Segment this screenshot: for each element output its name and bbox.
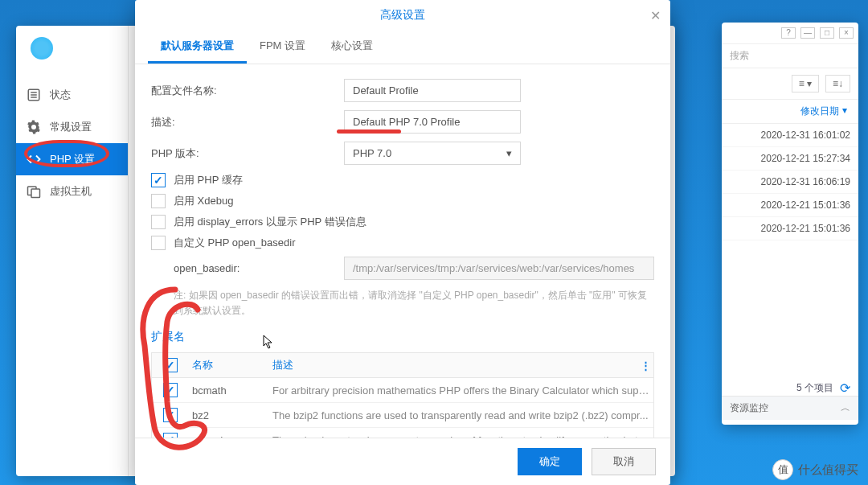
search-input[interactable]: 搜索 xyxy=(722,44,858,68)
sort-button[interactable]: ≡↓ xyxy=(825,75,850,92)
help-button[interactable]: ? xyxy=(781,27,796,39)
open-basedir-note: 注: 如果因 open_basedir 的错误设置而出错，请取消选择 "自定义 … xyxy=(174,288,654,319)
modal-footer: 确定 取消 xyxy=(135,438,670,485)
gear-icon xyxy=(26,119,42,135)
xdebug-checkbox[interactable] xyxy=(151,194,166,208)
resource-monitor-bar: 资源监控 ︿ xyxy=(722,396,858,420)
open-basedir-field-label: open_basedir: xyxy=(174,262,344,274)
tab-default-server[interactable]: 默认服务器设置 xyxy=(148,31,247,64)
app-logo xyxy=(31,37,53,60)
extensions-header-row: 名称 描述 ⋮ xyxy=(152,353,653,378)
watermark: 值 什么值得买 xyxy=(772,459,858,480)
open-basedir-input xyxy=(344,257,654,280)
sidebar-item-label: 常规设置 xyxy=(50,120,92,134)
minimize-button[interactable]: — xyxy=(800,27,815,39)
extension-row[interactable]: calendar The calendar extension presents… xyxy=(152,428,653,438)
display-errors-label: 启用 display_errors 以显示 PHP 错误信息 xyxy=(174,215,366,229)
extension-row[interactable]: bz2 The bzip2 functions are used to tran… xyxy=(152,403,653,428)
refresh-icon[interactable]: ⟳ xyxy=(840,380,850,396)
display-errors-checkbox[interactable] xyxy=(151,215,166,229)
monitor-label: 资源监控 xyxy=(730,401,768,415)
open-basedir-checkbox[interactable] xyxy=(151,236,166,250)
status-icon xyxy=(26,87,42,103)
item-count: 5 个项目 xyxy=(796,381,833,395)
file-window: ? — □ × 搜索 ≡ ▾ ≡↓ 修改日期 ▾ 2020-12-31 16:0… xyxy=(722,23,858,425)
maximize-button[interactable]: □ xyxy=(820,27,834,39)
more-icon[interactable]: ⋮ xyxy=(637,360,653,372)
file-row[interactable]: 2020-12-31 16:06:19 xyxy=(722,171,858,194)
extension-checkbox[interactable] xyxy=(163,408,178,422)
watermark-text: 什么值得买 xyxy=(798,462,858,478)
xdebug-label: 启用 Xdebug xyxy=(174,194,233,208)
sidebar-item-general[interactable]: 常规设置 xyxy=(16,111,128,143)
extension-name: calendar xyxy=(189,430,269,438)
chevron-down-icon: ▾ xyxy=(506,147,512,159)
extensions-title: 扩展名 xyxy=(151,330,654,344)
view-mode-button[interactable]: ≡ ▾ xyxy=(792,75,819,92)
file-footer: 5 个项目 ⟳ xyxy=(796,380,850,396)
version-select[interactable]: PHP 7.0 ▾ xyxy=(344,142,521,165)
file-row[interactable]: 2020-12-21 15:27:34 xyxy=(722,147,858,171)
sidebar-item-php[interactable]: PHP 设置 xyxy=(16,143,128,175)
close-icon[interactable]: ✕ xyxy=(650,8,661,23)
desc-label: 描述: xyxy=(151,115,344,129)
profile-name-label: 配置文件名称: xyxy=(151,84,344,98)
modal-tabs: 默认服务器设置 FPM 设置 核心设置 xyxy=(135,31,670,64)
tab-core[interactable]: 核心设置 xyxy=(318,31,386,64)
watermark-icon: 值 xyxy=(772,459,793,480)
extension-row[interactable]: bcmath For arbitrary precision mathemati… xyxy=(152,378,653,403)
version-label: PHP 版本: xyxy=(151,146,344,161)
extensions-table: 名称 描述 ⋮ bcmath For arbitrary precision m… xyxy=(151,352,654,438)
select-all-checkbox[interactable] xyxy=(163,358,178,372)
svg-rect-5 xyxy=(31,189,40,198)
desc-column-header[interactable]: 描述 xyxy=(269,353,637,377)
code-icon xyxy=(26,151,42,167)
open-basedir-label: 自定义 PHP open_basedir xyxy=(174,236,296,250)
sidebar-item-label: 状态 xyxy=(50,88,71,102)
sidebar-item-vhost[interactable]: 虚拟主机 xyxy=(16,175,128,208)
modal-header: 高级设置 ✕ xyxy=(135,0,670,31)
server-icon xyxy=(26,183,42,199)
cancel-button[interactable]: 取消 xyxy=(592,448,656,475)
profile-name-input[interactable] xyxy=(344,79,521,102)
sort-arrow-icon: ▾ xyxy=(842,105,847,118)
window-controls: ? — □ × xyxy=(722,23,858,44)
php-cache-label: 启用 PHP 缓存 xyxy=(174,173,243,187)
close-button[interactable]: × xyxy=(839,27,854,39)
sidebar-item-status[interactable]: 状态 xyxy=(16,79,128,111)
sidebar-item-label: 虚拟主机 xyxy=(50,184,92,199)
extension-desc: The calendar extension presents a series… xyxy=(269,430,653,438)
desc-input[interactable] xyxy=(344,110,521,134)
extension-checkbox[interactable] xyxy=(163,383,178,397)
sidebar-item-label: PHP 设置 xyxy=(50,152,95,166)
modal-body: 配置文件名称: 描述: PHP 版本: PHP 7.0 ▾ 启用 PHP 缓存 … xyxy=(135,64,670,438)
file-row[interactable]: 2020-12-21 15:01:36 xyxy=(722,217,858,240)
date-column-header: 修改日期 xyxy=(800,105,839,118)
tab-fpm[interactable]: FPM 设置 xyxy=(247,31,318,64)
expand-icon[interactable]: ︿ xyxy=(841,401,850,415)
php-cache-checkbox[interactable] xyxy=(151,173,166,187)
extension-desc: The bzip2 functions are used to transpar… xyxy=(269,405,653,426)
file-header[interactable]: 修改日期 ▾ xyxy=(722,100,858,124)
name-column-header[interactable]: 名称 xyxy=(189,353,269,377)
version-value: PHP 7.0 xyxy=(353,147,391,159)
sidebar: 状态 常规设置 PHP 设置 虚拟主机 xyxy=(16,26,129,476)
extension-name: bz2 xyxy=(189,405,269,426)
modal-title: 高级设置 xyxy=(143,8,662,23)
ok-button[interactable]: 确定 xyxy=(518,448,582,475)
advanced-settings-modal: 高级设置 ✕ 默认服务器设置 FPM 设置 核心设置 配置文件名称: 描述: P… xyxy=(135,0,670,485)
extension-name: bcmath xyxy=(189,380,269,401)
file-toolbar: ≡ ▾ ≡↓ xyxy=(722,68,858,100)
file-row[interactable]: 2020-12-21 15:01:36 xyxy=(722,194,858,217)
file-row[interactable]: 2020-12-31 16:01:02 xyxy=(722,124,858,147)
extension-desc: For arbitrary precision mathematics PHP … xyxy=(269,380,653,401)
